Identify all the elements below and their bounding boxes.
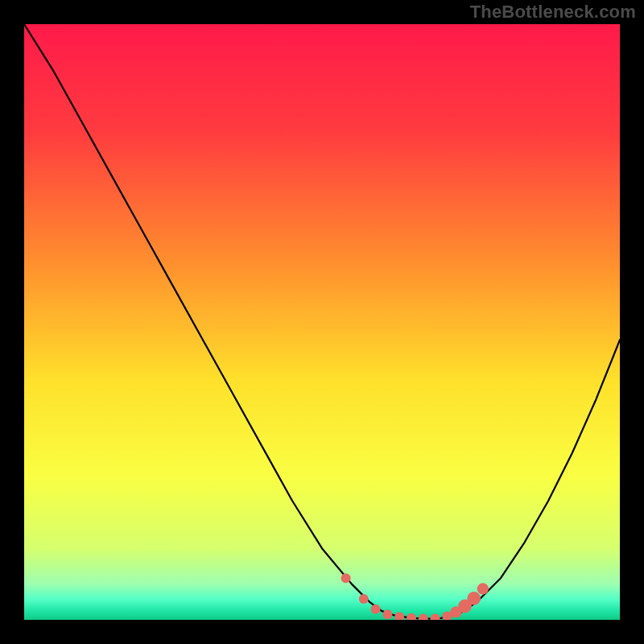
- chart-stage: TheBottleneck.com: [0, 0, 644, 644]
- curve-marker: [467, 592, 481, 605]
- frame-bottom: [0, 620, 644, 644]
- curve-marker: [371, 605, 381, 614]
- watermark-text: TheBottleneck.com: [470, 2, 636, 23]
- frame-right: [620, 0, 644, 644]
- curve-marker: [382, 609, 392, 619]
- curve-marker: [477, 583, 489, 594]
- curve-marker: [359, 594, 369, 604]
- frame-left: [0, 0, 24, 644]
- chart-svg: [0, 0, 644, 644]
- curve-marker: [341, 573, 351, 583]
